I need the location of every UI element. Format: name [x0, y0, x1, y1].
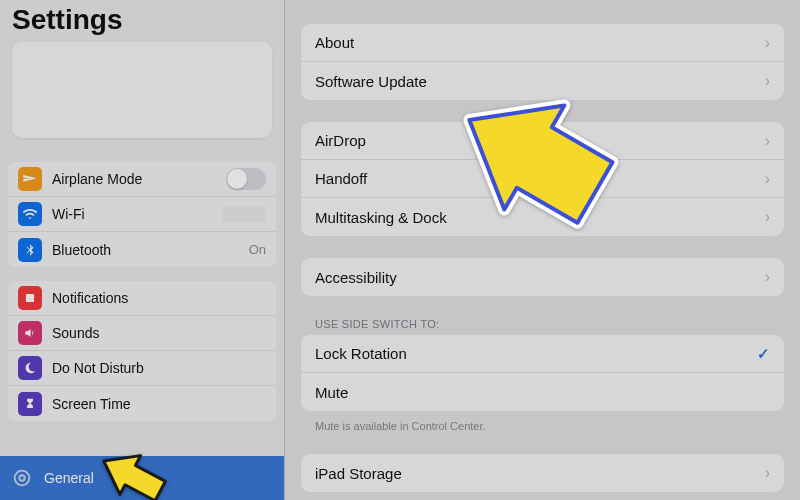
moon-icon [18, 356, 42, 380]
detail-group-storage: iPad Storage › [301, 454, 784, 492]
sidebar-item-label: Screen Time [52, 396, 266, 412]
sidebar-item-notifications[interactable]: Notifications [8, 281, 276, 316]
detail-label: iPad Storage [315, 465, 765, 482]
checkmark-icon: ✓ [757, 345, 770, 363]
chevron-right-icon: › [765, 170, 770, 188]
chevron-right-icon: › [765, 72, 770, 90]
sidebar-item-sounds[interactable]: Sounds [8, 316, 276, 351]
sidebar-item-label: Notifications [52, 290, 266, 306]
sidebar-item-label: Do Not Disturb [52, 360, 266, 376]
notifications-icon [18, 286, 42, 310]
hourglass-icon [18, 392, 42, 416]
detail-label: About [315, 34, 765, 51]
sidebar-item-wifi[interactable]: Wi-Fi [8, 197, 276, 232]
sidebar-item-airplane-mode[interactable]: Airplane Mode [8, 162, 276, 197]
general-detail: About › Software Update › AirDrop › Hand… [285, 0, 800, 500]
sidebar-item-screen-time[interactable]: Screen Time [8, 386, 276, 421]
annotation-arrow-large [440, 80, 620, 230]
gear-icon [10, 466, 34, 490]
sidebar-group-network: Airplane Mode Wi-Fi Bluetooth On [8, 162, 276, 267]
sidebar-item-label: Wi-Fi [52, 206, 222, 222]
detail-row-about[interactable]: About › [301, 24, 784, 62]
chevron-right-icon: › [765, 268, 770, 286]
sidebar-item-label: Sounds [52, 325, 266, 341]
detail-label: Accessibility [315, 269, 765, 286]
sidebar-item-do-not-disturb[interactable]: Do Not Disturb [8, 351, 276, 386]
airplane-icon [18, 167, 42, 191]
wifi-value-redacted [222, 206, 266, 222]
detail-group-side-switch: USE SIDE SWITCH TO: Lock Rotation ✓ Mute… [301, 318, 784, 432]
detail-row-ipad-storage[interactable]: iPad Storage › [301, 454, 784, 492]
chevron-right-icon: › [765, 34, 770, 52]
detail-row-lock-rotation[interactable]: Lock Rotation ✓ [301, 335, 784, 373]
chevron-right-icon: › [765, 208, 770, 226]
sidebar-item-label: Bluetooth [52, 242, 249, 258]
section-footer: Mute is available in Control Center. [301, 415, 784, 432]
wifi-icon [18, 202, 42, 226]
bluetooth-value: On [249, 242, 266, 257]
chevron-right-icon: › [765, 464, 770, 482]
detail-label: Lock Rotation [315, 345, 757, 362]
detail-row-mute[interactable]: Mute [301, 373, 784, 411]
svg-point-1 [15, 471, 30, 486]
svg-rect-0 [26, 294, 34, 302]
chevron-right-icon: › [765, 132, 770, 150]
section-header: USE SIDE SWITCH TO: [301, 318, 784, 335]
sidebar-item-bluetooth[interactable]: Bluetooth On [8, 232, 276, 267]
page-title: Settings [0, 0, 284, 42]
svg-point-2 [19, 475, 25, 481]
bluetooth-icon [18, 238, 42, 262]
settings-sidebar: Settings Airplane Mode Wi-Fi [0, 0, 285, 500]
settings-app: Settings Airplane Mode Wi-Fi [0, 0, 800, 500]
airplane-toggle[interactable] [226, 168, 266, 190]
detail-label: Mute [315, 384, 770, 401]
annotation-arrow-small [92, 448, 172, 500]
sidebar-group-notifications: Notifications Sounds Do Not Disturb Scre… [8, 281, 276, 421]
detail-group-accessibility: Accessibility › [301, 258, 784, 296]
profile-card[interactable] [12, 42, 272, 138]
sounds-icon [18, 321, 42, 345]
sidebar-item-label: Airplane Mode [52, 171, 226, 187]
detail-row-accessibility[interactable]: Accessibility › [301, 258, 784, 296]
